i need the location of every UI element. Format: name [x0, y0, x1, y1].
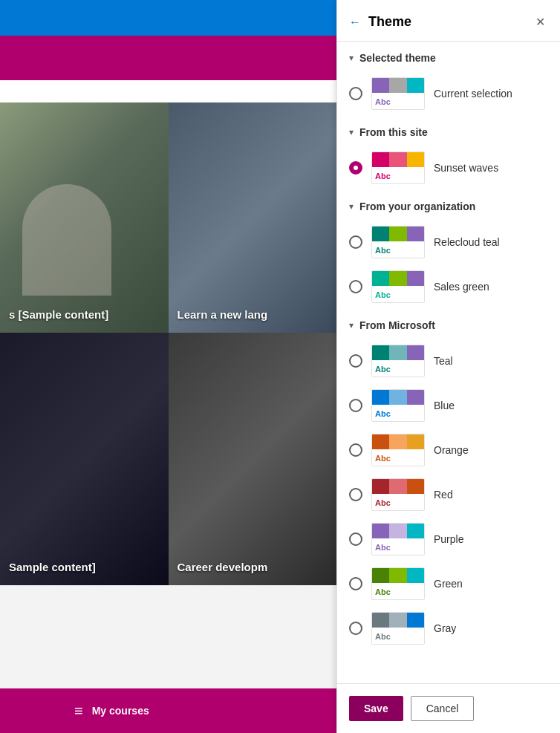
theme-option-purple[interactable]: Abc Purple — [337, 517, 560, 561]
swatch-seg-1 — [372, 345, 389, 360]
chevron-selected-icon: ▾ — [349, 53, 354, 63]
close-icon[interactable]: ✕ — [533, 12, 548, 32]
swatch-seg-3 — [407, 227, 424, 241]
theme-name-purple: Purple — [434, 533, 463, 545]
swatch-seg-3 — [407, 524, 424, 538]
card-4[interactable]: Career developm — [169, 333, 337, 585]
theme-option-salesgreen[interactable]: Abc Sales green — [337, 264, 560, 309]
theme-option-relecloud[interactable]: Abc Relecloud teal — [337, 220, 560, 264]
section-selected-label: Selected theme — [359, 52, 436, 64]
swatch-sunset: Abc — [371, 152, 425, 184]
theme-option-gray[interactable]: Abc Gray — [337, 606, 560, 651]
swatch-bottom: Abc — [372, 628, 424, 645]
swatch-seg-2 — [389, 271, 406, 286]
swatch-seg-2 — [389, 227, 406, 241]
swatch-abc: Abc — [375, 409, 391, 418]
card-3-label: Sample content] — [9, 561, 96, 573]
swatch-seg-1 — [372, 78, 389, 93]
swatch-blue: Abc — [371, 389, 425, 422]
swatch-green: Abc — [371, 567, 425, 600]
top-bar — [0, 0, 336, 36]
radio-gray[interactable] — [349, 622, 362, 635]
radio-salesgreen[interactable] — [349, 280, 362, 293]
swatch-top — [372, 613, 424, 628]
swatch-teal: Abc — [371, 345, 425, 377]
save-button[interactable]: Save — [349, 696, 403, 721]
swatch-top — [372, 434, 424, 449]
theme-option-teal[interactable]: Abc Teal — [337, 339, 560, 383]
swatch-seg-1 — [372, 271, 389, 286]
swatch-seg-1 — [372, 479, 389, 494]
radio-blue[interactable] — [349, 399, 362, 412]
swatch-seg-2 — [389, 568, 406, 583]
swatch-abc: Abc — [375, 498, 391, 507]
swatch-top — [372, 345, 424, 360]
theme-option-current[interactable]: Abc Current selection — [337, 71, 560, 116]
swatch-abc: Abc — [375, 454, 391, 463]
panel-header: ← Theme ✕ — [337, 0, 560, 42]
back-icon[interactable]: ← — [349, 16, 361, 29]
radio-current[interactable] — [349, 87, 362, 100]
my-courses-icon: ≡ — [74, 703, 83, 720]
card-3[interactable]: Sample content] — [0, 333, 169, 585]
swatch-seg-3 — [407, 152, 424, 167]
swatch-seg-3 — [407, 479, 424, 494]
theme-option-green[interactable]: Abc Green — [337, 561, 560, 606]
radio-purple[interactable] — [349, 532, 362, 546]
swatch-abc: Abc — [375, 587, 391, 596]
swatch-bottom: Abc — [372, 241, 424, 258]
swatch-seg-3 — [407, 434, 424, 449]
card-2[interactable]: Learn a new lang — [169, 102, 337, 333]
swatch-seg-2 — [389, 152, 406, 167]
second-bar — [0, 36, 336, 80]
theme-option-sunset[interactable]: Abc Sunset waves — [337, 146, 560, 190]
cancel-button[interactable]: Cancel — [411, 696, 475, 721]
section-from-microsoft[interactable]: ▾ From Microsoft — [337, 309, 560, 339]
swatch-bottom: Abc — [372, 167, 424, 184]
chevron-ms-icon: ▾ — [349, 320, 354, 330]
section-org-label: From your organization — [359, 201, 475, 212]
radio-orange[interactable] — [349, 443, 362, 457]
section-selected-theme[interactable]: ▾ Selected theme — [337, 42, 560, 71]
swatch-seg-2 — [389, 524, 406, 538]
section-from-site[interactable]: ▾ From this site — [337, 116, 560, 146]
swatch-bottom: Abc — [372, 360, 424, 377]
theme-name-teal: Teal — [434, 355, 453, 367]
swatch-purple: Abc — [371, 523, 425, 556]
chevron-site-icon: ▾ — [349, 127, 354, 137]
swatch-bottom: Abc — [372, 449, 424, 466]
swatch-salesgreen: Abc — [371, 270, 425, 303]
radio-sunset[interactable] — [349, 161, 362, 175]
radio-relecloud[interactable] — [349, 235, 362, 249]
theme-option-orange[interactable]: Abc Orange — [337, 428, 560, 472]
theme-panel: ← Theme ✕ ▾ Selected theme Abc Current — [336, 0, 560, 733]
swatch-top — [372, 227, 424, 241]
swatch-top — [372, 479, 424, 494]
swatch-abc: Abc — [375, 290, 391, 299]
theme-option-red[interactable]: Abc Red — [337, 472, 560, 517]
cards-grid: s [Sample content] Learn a new lang Samp… — [0, 102, 336, 585]
white-bar — [0, 80, 336, 102]
swatch-gray: Abc — [371, 612, 425, 645]
swatch-abc: Abc — [375, 172, 391, 180]
background-panel: s [Sample content] Learn a new lang Samp… — [0, 0, 336, 733]
swatch-abc: Abc — [375, 97, 391, 106]
swatch-abc: Abc — [375, 365, 391, 374]
swatch-relecloud: Abc — [371, 226, 425, 258]
swatch-bottom: Abc — [372, 286, 424, 303]
card-1[interactable]: s [Sample content] — [0, 102, 169, 333]
radio-green[interactable] — [349, 577, 362, 590]
theme-name-red: Red — [434, 489, 453, 501]
swatch-orange: Abc — [371, 434, 425, 466]
section-from-org[interactable]: ▾ From your organization — [337, 190, 560, 220]
radio-teal[interactable] — [349, 354, 362, 368]
swatch-red: Abc — [371, 478, 425, 511]
panel-footer: Save Cancel — [337, 683, 560, 733]
swatch-seg-3 — [407, 613, 424, 628]
radio-red[interactable] — [349, 488, 362, 501]
theme-option-blue[interactable]: Abc Blue — [337, 383, 560, 428]
section-ms-label: From Microsoft — [359, 319, 435, 331]
swatch-seg-2 — [389, 345, 406, 360]
swatch-current: Abc — [371, 77, 425, 110]
theme-name-sunset: Sunset waves — [434, 162, 498, 174]
